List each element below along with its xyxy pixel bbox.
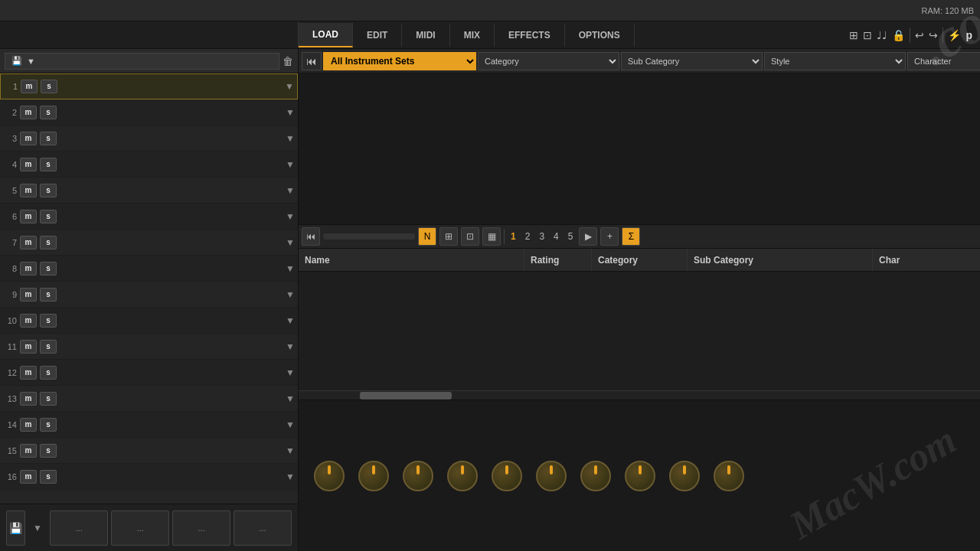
track-mute-btn[interactable]: m bbox=[20, 470, 37, 484]
track-mute-btn[interactable]: m bbox=[20, 262, 37, 276]
track-row[interactable]: 1 m s ▼ bbox=[0, 73, 298, 99]
p-icon[interactable]: p bbox=[965, 29, 972, 41]
track-row[interactable]: 4 m s ▼ bbox=[0, 152, 298, 178]
track-dropdown-arrow[interactable]: ▼ bbox=[286, 445, 295, 456]
toolbar-rewind-btn[interactable]: ⏮ bbox=[302, 227, 320, 246]
track-solo-btn[interactable]: s bbox=[40, 444, 57, 458]
style-select[interactable]: Style bbox=[764, 52, 906, 70]
track-solo-btn[interactable]: s bbox=[40, 106, 57, 119]
col-header-name[interactable]: Name bbox=[299, 249, 524, 271]
track-dropdown-arrow[interactable]: ▼ bbox=[286, 159, 295, 170]
track-solo-btn[interactable]: s bbox=[40, 184, 57, 197]
track-dropdown-arrow[interactable]: ▼ bbox=[286, 107, 295, 118]
col-header-subcategory[interactable]: Sub Category bbox=[688, 249, 873, 271]
page-5[interactable]: 5 bbox=[565, 230, 577, 243]
track-mute-btn[interactable]: m bbox=[20, 366, 37, 380]
knob-9[interactable] bbox=[669, 461, 700, 491]
track-dropdown-arrow[interactable]: ▼ bbox=[286, 367, 295, 378]
track-mute-btn[interactable]: m bbox=[20, 444, 37, 458]
knob-8[interactable] bbox=[625, 461, 655, 491]
track-row[interactable]: 12 m s ▼ bbox=[0, 360, 298, 386]
track-row[interactable]: 15 m s ▼ bbox=[0, 438, 298, 464]
track-row[interactable]: 8 m s ▼ bbox=[0, 256, 298, 282]
bottom-btn-2[interactable]: ... bbox=[111, 510, 169, 546]
lock-icon[interactable]: 🔒 bbox=[892, 29, 905, 41]
track-dropdown-arrow[interactable]: ▼ bbox=[286, 341, 295, 352]
bottom-btn-4[interactable]: ... bbox=[234, 510, 292, 546]
track-dropdown-arrow[interactable]: ▼ bbox=[286, 419, 295, 430]
save-button[interactable]: 💾 bbox=[6, 510, 25, 546]
track-row[interactable]: 11 m s ▼ bbox=[0, 334, 298, 360]
track-row[interactable]: 2 m s ▼ bbox=[0, 99, 298, 126]
midi-icon[interactable]: ♩♩ bbox=[877, 29, 887, 41]
track-solo-btn[interactable]: s bbox=[40, 158, 57, 171]
track-mute-btn[interactable]: m bbox=[20, 184, 37, 197]
bottom-btn-1[interactable]: ... bbox=[50, 510, 108, 546]
track-mute-btn[interactable]: m bbox=[20, 340, 37, 354]
subcategory-select[interactable]: Sub Category bbox=[621, 52, 763, 70]
track-solo-btn[interactable]: s bbox=[41, 80, 57, 93]
knob-7[interactable] bbox=[580, 461, 611, 491]
track-solo-btn[interactable]: s bbox=[40, 340, 57, 354]
page-3[interactable]: 3 bbox=[536, 230, 547, 243]
knob-2[interactable] bbox=[358, 461, 389, 491]
track-mute-btn[interactable]: m bbox=[20, 132, 37, 145]
view-icon-2[interactable]: ⊡ bbox=[863, 29, 872, 41]
track-mute-btn[interactable]: m bbox=[20, 418, 37, 432]
track-solo-btn[interactable]: s bbox=[40, 392, 57, 406]
track-solo-btn[interactable]: s bbox=[40, 470, 57, 484]
play-btn[interactable]: ▶ bbox=[579, 227, 597, 246]
track-dropdown-arrow[interactable]: ▼ bbox=[286, 393, 295, 404]
col-header-char[interactable]: Char bbox=[873, 249, 980, 271]
col-header-category[interactable]: Category bbox=[592, 249, 688, 271]
grid-btn-2[interactable]: ⊡ bbox=[461, 227, 479, 246]
knob-6[interactable] bbox=[536, 461, 567, 491]
bottom-arrow[interactable]: ▼ bbox=[28, 510, 47, 546]
knob-10[interactable] bbox=[714, 461, 744, 491]
track-dropdown-arrow[interactable]: ▼ bbox=[286, 263, 295, 274]
instrument-set-select[interactable]: All Instrument Sets bbox=[323, 52, 476, 70]
track-row[interactable]: 6 m s ▼ bbox=[0, 204, 298, 230]
page-2[interactable]: 2 bbox=[522, 230, 534, 243]
track-dropdown-arrow[interactable]: ▼ bbox=[286, 133, 295, 144]
bottom-btn-3[interactable]: ... bbox=[172, 510, 230, 546]
track-mute-btn[interactable]: m bbox=[20, 236, 37, 249]
track-mute-btn[interactable]: m bbox=[20, 392, 37, 406]
track-mute-btn[interactable]: m bbox=[20, 158, 37, 171]
track-row[interactable]: 14 m s ▼ bbox=[0, 412, 298, 438]
col-header-rating[interactable]: Rating bbox=[524, 249, 592, 271]
power-icon[interactable]: ⚡ bbox=[948, 29, 961, 41]
track-solo-btn[interactable]: s bbox=[40, 314, 57, 328]
track-dropdown-arrow[interactable]: ▼ bbox=[286, 185, 295, 196]
track-solo-btn[interactable]: s bbox=[40, 262, 57, 276]
track-dropdown-arrow[interactable]: ▼ bbox=[286, 289, 295, 300]
track-mute-btn[interactable]: m bbox=[20, 210, 37, 223]
track-row[interactable]: 5 m s ▼ bbox=[0, 178, 298, 204]
h-scrollbar-thumb[interactable] bbox=[360, 392, 452, 399]
knob-3[interactable] bbox=[403, 461, 433, 491]
tab-effects[interactable]: EFFECTS bbox=[495, 24, 565, 47]
track-solo-btn[interactable]: s bbox=[40, 366, 57, 380]
track-row[interactable]: 7 m s ▼ bbox=[0, 230, 298, 256]
tab-mix[interactable]: MIX bbox=[450, 24, 495, 47]
add-btn[interactable]: + bbox=[600, 227, 619, 246]
sigma-btn[interactable]: Σ bbox=[622, 227, 640, 246]
redo-icon[interactable]: ↪ bbox=[929, 29, 938, 41]
track-solo-btn[interactable]: s bbox=[40, 236, 57, 249]
category-select[interactable]: Category bbox=[478, 52, 619, 70]
tab-options[interactable]: OPTIONS bbox=[565, 24, 635, 47]
track-row[interactable]: 3 m s ▼ bbox=[0, 126, 298, 152]
track-solo-btn[interactable]: s bbox=[40, 132, 57, 145]
character-select[interactable]: Character bbox=[907, 52, 980, 70]
tab-load[interactable]: LOAD bbox=[299, 23, 353, 47]
horizontal-scrollbar[interactable] bbox=[299, 390, 980, 399]
track-solo-btn[interactable]: s bbox=[40, 288, 57, 302]
track-row[interactable]: 10 m s ▼ bbox=[0, 308, 298, 334]
dropdown-arrow-file[interactable]: ▼ bbox=[27, 57, 35, 66]
track-row[interactable]: 16 m s ▼ bbox=[0, 464, 298, 490]
knob-5[interactable] bbox=[492, 461, 522, 491]
grid-btn-1[interactable]: ⊞ bbox=[439, 227, 458, 246]
track-dropdown-arrow[interactable]: ▼ bbox=[286, 211, 295, 222]
view-icon-1[interactable]: ⊞ bbox=[849, 29, 858, 41]
track-row[interactable]: 9 m s ▼ bbox=[0, 282, 298, 308]
